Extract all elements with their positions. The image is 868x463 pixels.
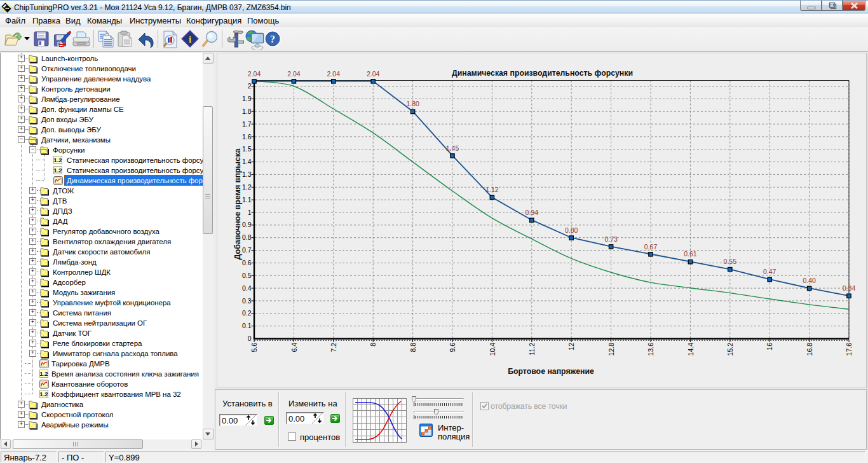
svg-text:9.6: 9.6: [449, 343, 456, 352]
svg-text:2.04: 2.04: [327, 70, 341, 78]
svg-text:1.2: 1.2: [242, 183, 252, 191]
svg-text:8.8: 8.8: [409, 343, 417, 352]
svg-text:1.9: 1.9: [242, 95, 252, 102]
svg-text:?: ?: [270, 34, 275, 45]
svg-text:16.8: 16.8: [806, 343, 813, 356]
svg-text:7.2: 7.2: [330, 343, 337, 352]
svg-text:1.80: 1.80: [406, 100, 419, 107]
svg-text:0.34: 0.34: [843, 284, 856, 292]
svg-text:0.61: 0.61: [684, 250, 697, 258]
svg-text:14.4: 14.4: [687, 343, 695, 356]
svg-text:6.4: 6.4: [290, 343, 298, 352]
svg-text:17.6: 17.6: [845, 343, 853, 356]
svg-text:0.67: 0.67: [644, 243, 658, 251]
svg-text:2: 2: [248, 82, 252, 90]
svg-text:Динамическая производительност: Динамическая производительность форсунки: [452, 69, 633, 78]
svg-text:1.3: 1.3: [242, 170, 252, 178]
svg-text:12: 12: [567, 343, 575, 350]
svg-text:10.4: 10.4: [489, 343, 496, 356]
svg-text:0.7: 0.7: [242, 246, 252, 254]
svg-text:0.6: 0.6: [242, 259, 252, 266]
svg-text:0.5: 0.5: [242, 272, 252, 279]
svg-text:12.8: 12.8: [607, 343, 615, 356]
svg-text:1.6: 1.6: [242, 133, 252, 141]
svg-text:1.4: 1.4: [242, 158, 252, 165]
svg-text:0.9: 0.9: [242, 221, 252, 228]
svg-text:0.4: 0.4: [242, 284, 252, 292]
svg-text:11.2: 11.2: [528, 343, 536, 356]
svg-text:1.45: 1.45: [446, 144, 459, 152]
svg-text:0.8: 0.8: [242, 233, 252, 241]
svg-text:2.04: 2.04: [367, 70, 380, 78]
svg-text:0.94: 0.94: [526, 209, 539, 216]
svg-text:0.80: 0.80: [565, 226, 578, 234]
svg-text:15.2: 15.2: [726, 343, 734, 356]
svg-text:0.3: 0.3: [242, 297, 252, 305]
svg-text:8: 8: [369, 343, 377, 347]
svg-text:1.5: 1.5: [242, 145, 252, 153]
svg-text:i: i: [189, 34, 191, 45]
svg-text:0.47: 0.47: [763, 268, 776, 275]
svg-text:Добавочное время впрыска: Добавочное время впрыска: [233, 148, 242, 260]
svg-text:0: 0: [248, 335, 252, 342]
svg-text:1.8: 1.8: [242, 107, 252, 115]
svg-text:16: 16: [766, 343, 773, 350]
svg-text:1: 1: [248, 209, 252, 216]
svg-text:0.40: 0.40: [803, 277, 816, 284]
svg-text:0.2: 0.2: [242, 309, 252, 317]
svg-text:1.1: 1.1: [242, 196, 252, 204]
svg-text:1.7: 1.7: [242, 120, 252, 128]
svg-text:0.1: 0.1: [242, 322, 252, 329]
svg-text:1.12: 1.12: [485, 186, 499, 193]
svg-text:0.55: 0.55: [724, 258, 737, 265]
svg-text:Бортовое напряжение: Бортовое напряжение: [508, 367, 594, 376]
svg-text:13.6: 13.6: [647, 343, 654, 356]
svg-text:2.04: 2.04: [287, 70, 301, 78]
svg-text:2.04: 2.04: [248, 70, 261, 78]
svg-text:0.73: 0.73: [604, 235, 618, 243]
svg-text:5.6: 5.6: [250, 343, 258, 352]
